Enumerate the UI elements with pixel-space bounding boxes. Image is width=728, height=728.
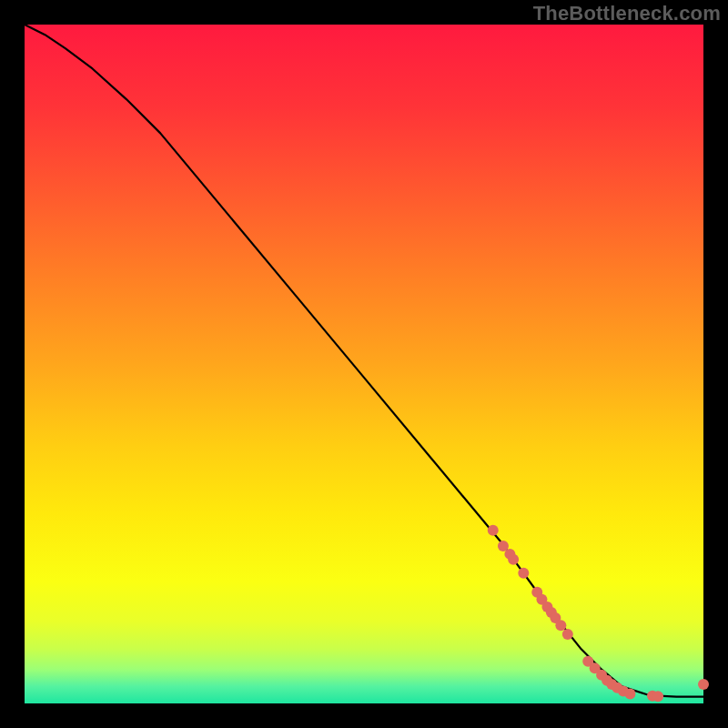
- plot-background: [25, 25, 703, 703]
- marker-dot: [508, 554, 519, 565]
- marker-dot: [518, 568, 529, 579]
- marker-dot: [652, 691, 663, 702]
- marker-dot: [698, 679, 709, 690]
- watermark-text: TheBottleneck.com: [533, 2, 721, 25]
- bottleneck-chart: [0, 0, 728, 728]
- chart-stage: TheBottleneck.com: [0, 0, 728, 728]
- marker-dot: [624, 689, 635, 700]
- marker-dot: [488, 525, 499, 536]
- marker-dot: [555, 620, 566, 631]
- marker-dot: [562, 629, 573, 640]
